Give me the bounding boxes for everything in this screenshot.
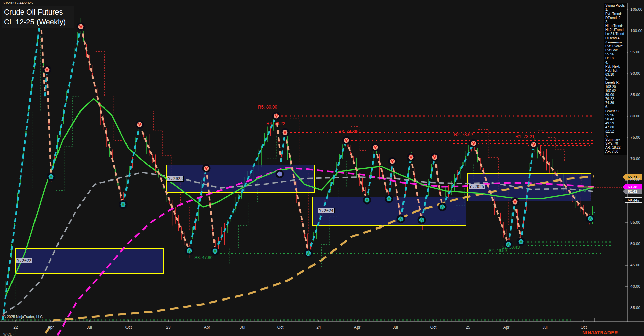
candle-body — [342, 152, 343, 155]
price-axis-label: 40.00 — [630, 284, 640, 288]
pivot-low-dot[interactable] — [397, 216, 404, 222]
zigzag-down-leg[interactable] — [515, 202, 521, 242]
panel-line: AR: 18.22 — [605, 146, 627, 150]
year-box-label[interactable]: Y:2022 — [16, 258, 32, 263]
pivot-low-dot[interactable] — [212, 248, 218, 255]
pivot-low-dot[interactable] — [518, 238, 524, 245]
candle-body — [304, 234, 305, 237]
time-axis-label[interactable]: Jul — [240, 325, 245, 330]
pivot-low-dot[interactable] — [120, 201, 127, 208]
chart-title: Crude Oil Futures CL 12-25 (Weekly) — [2, 6, 74, 28]
pivot-high-dot[interactable] — [512, 198, 519, 205]
price-axis-label: 50.00 — [630, 242, 640, 246]
copyright-label: © 2025 NinjaTrader, LLC — [3, 315, 43, 319]
pivot-high-dot[interactable] — [203, 165, 210, 172]
chart-title-line2: CL 12-25 (Weekly) — [4, 17, 74, 27]
pivot-low-dot[interactable] — [418, 217, 425, 223]
price-chart[interactable]: R5: 80.00R4: 76.22R3: 74.39R2: 73.62R1: … — [0, 0, 644, 336]
chart-title-line1: Crude Oil Futures — [4, 7, 74, 17]
time-axis-label[interactable]: Oct — [581, 325, 587, 330]
panel-line: Lo:2 UTrend — [605, 32, 627, 36]
panel-line: Pvt High — [605, 69, 627, 73]
time-axis-label[interactable]: Apr — [354, 325, 361, 330]
price-axis-label: 80.00 — [630, 114, 640, 118]
panel-line: 49.59 — [605, 121, 627, 125]
time-axis-label[interactable]: Apr — [503, 325, 510, 330]
price-axis-label: 55.00 — [630, 220, 640, 224]
panel-line: 74.39 — [605, 101, 627, 105]
zigzag-up-leg[interactable] — [123, 125, 140, 205]
pivot-low-dot[interactable] — [439, 203, 446, 210]
pivot-high-dot[interactable] — [343, 137, 350, 144]
time-axis-label[interactable]: Jul — [87, 325, 92, 330]
panel-line: Levels S: — [605, 109, 627, 113]
zigzag-down-leg[interactable] — [81, 27, 123, 205]
pivot-high-dot[interactable] — [431, 154, 438, 161]
pivot-high-dot[interactable] — [44, 66, 50, 73]
time-axis-label[interactable]: 23 — [166, 325, 171, 330]
time-axis-label[interactable]: 24 — [316, 325, 321, 330]
pivot-high-dot[interactable] — [530, 141, 537, 148]
panel-line: 76.22 — [605, 97, 627, 101]
pivot-high-dot[interactable] — [389, 158, 396, 165]
resistance-label: R5: 80.00 — [258, 104, 277, 110]
panel-line: 80.00 — [605, 93, 627, 97]
pivot-high-dot[interactable] — [273, 113, 280, 119]
candle-body — [57, 142, 58, 144]
pivot-high-dot[interactable] — [282, 129, 289, 136]
time-axis-label[interactable]: Jul — [393, 325, 398, 330]
price-axis-label: 75.00 — [630, 135, 640, 139]
pivot-high-dot[interactable] — [136, 121, 143, 128]
candle-body — [301, 221, 302, 222]
pivot-high-dot[interactable] — [77, 23, 84, 30]
f0-label: F0 — [582, 188, 586, 192]
year-range-box[interactable] — [15, 249, 163, 274]
panel-title: Swing Pivots — [605, 4, 627, 8]
time-axis-label[interactable]: Apr — [48, 325, 54, 330]
pivot-low-dot[interactable] — [386, 195, 392, 202]
candle-body — [347, 145, 348, 147]
zigzag-down-leg[interactable] — [41, 16, 45, 96]
time-axis-label[interactable]: Oct — [430, 325, 437, 330]
zigzag-down-leg[interactable] — [375, 147, 389, 199]
panel-line: 103.20 — [605, 85, 627, 89]
time-axis-label[interactable]: 22 — [13, 325, 18, 330]
time-axis-label[interactable]: 25 — [466, 325, 470, 330]
chart-window: R5: 80.00R4: 76.22R3: 74.39R2: 73.62R1: … — [0, 0, 644, 336]
year-box-label[interactable]: Y:2024 — [318, 208, 335, 213]
pivot-low-dot[interactable] — [364, 197, 370, 203]
candle-body — [106, 134, 107, 135]
pivot-low-dot[interactable] — [505, 241, 512, 248]
candle-body — [359, 178, 360, 180]
time-axis-label[interactable]: Jul — [542, 325, 547, 330]
pivot-high-dot[interactable] — [372, 144, 379, 151]
panel-line: UTrend 4 — [605, 36, 627, 40]
time-axis-label[interactable]: Oct — [277, 325, 284, 330]
candle-body — [117, 183, 118, 186]
support-label: S3: 47.80 — [194, 255, 213, 260]
pivot-low-dot[interactable] — [305, 250, 312, 257]
pivot-neutral-dot[interactable] — [276, 171, 283, 177]
time-axis-label[interactable]: Apr — [204, 325, 210, 330]
price-axis-label: 60.00 — [630, 199, 640, 203]
zigzag-up-leg[interactable] — [51, 27, 81, 177]
candle-body — [43, 63, 44, 66]
year-box-label[interactable]: Y:2025 — [468, 184, 485, 189]
pivot-low-dot[interactable] — [48, 173, 54, 180]
panel-line: 100.62 — [605, 89, 627, 93]
zigzag-down-leg[interactable] — [47, 70, 51, 177]
pivot-high-dot[interactable] — [470, 140, 477, 147]
price-axis-label: 85.00 — [630, 93, 640, 97]
pivot-low-dot[interactable] — [587, 215, 594, 222]
zigzag-up-leg[interactable] — [508, 202, 515, 244]
panel-line: AF: 7.00 — [605, 150, 627, 154]
candle-body — [460, 167, 461, 171]
pivot-low-dot[interactable] — [186, 247, 193, 254]
year-box-label[interactable]: Y:2023 — [167, 176, 184, 182]
time-axis-label[interactable]: Oct — [125, 325, 132, 330]
panel-line: 47.80 — [605, 125, 627, 129]
resistance-label: R3: 74.39 — [338, 129, 357, 134]
panel-line: Pvt. Next: — [605, 65, 627, 69]
zigzag-up-leg[interactable] — [3, 16, 41, 320]
pivot-high-dot[interactable] — [408, 154, 414, 161]
